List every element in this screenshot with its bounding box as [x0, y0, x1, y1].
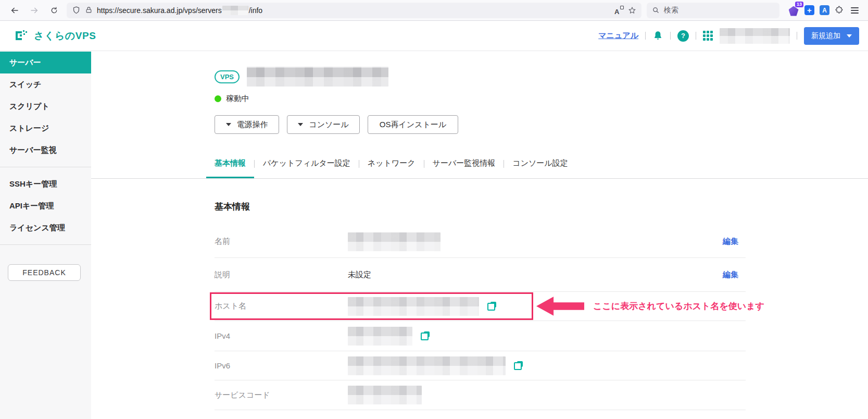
edit-name-link[interactable]: 編集	[723, 237, 746, 247]
menu-icon[interactable]	[849, 5, 861, 16]
status-text: 稼動中	[226, 94, 249, 104]
browser-search-field[interactable]: 検索	[647, 3, 779, 18]
sidebar-item-licenses[interactable]: ライセンス管理	[0, 217, 91, 239]
brand-logo[interactable]: さくらのVPS	[14, 29, 96, 43]
masked-server-name	[247, 67, 388, 87]
tab-network[interactable]: ネットワーク	[359, 158, 424, 178]
extension-badge: 13	[795, 2, 803, 7]
reload-icon[interactable]	[47, 3, 61, 18]
chevron-down-icon	[298, 123, 303, 126]
edit-description-link[interactable]: 編集	[723, 270, 746, 280]
vps-type-badge: VPS	[215, 70, 240, 83]
tab-basic-info[interactable]: 基本情報	[206, 158, 254, 178]
tab-packet-filter[interactable]: パケットフィルター設定	[255, 158, 359, 178]
sidebar-item-api-keys[interactable]: APIキー管理	[0, 195, 91, 217]
row-label: ホスト名	[215, 301, 348, 311]
row-service-code: サービスコード	[215, 380, 746, 410]
add-new-button[interactable]: 新規追加	[804, 27, 859, 45]
masked-service-code-value	[348, 386, 422, 404]
extension-plus-icon[interactable]: +	[804, 5, 814, 15]
feedback-button[interactable]: FEEDBACK	[8, 264, 81, 281]
hostname-callout: ここに表示されているホスト名を使います	[536, 297, 764, 316]
extensions-puzzle-icon[interactable]	[835, 6, 844, 15]
sidebar-item-switch[interactable]: スイッチ	[0, 73, 91, 95]
power-operations-button[interactable]: 電源操作	[215, 115, 279, 134]
forward-icon[interactable]	[27, 3, 42, 18]
search-placeholder: 検索	[664, 6, 678, 15]
sidebar-divider	[0, 167, 91, 167]
extension-translate-icon[interactable]: A	[820, 5, 829, 15]
chevron-down-icon	[847, 34, 852, 38]
url-text: https://secure.sakura.ad.jp/vps/servers/…	[97, 6, 262, 15]
copy-ipv4-icon[interactable]	[421, 331, 430, 340]
search-icon	[652, 6, 660, 14]
app-header: さくらのVPS マニュアル ? 新規追加	[0, 21, 868, 51]
row-label: 名前	[215, 237, 348, 247]
row-name: 名前 編集	[215, 226, 746, 258]
sidebar-item-script[interactable]: スクリプト	[0, 95, 91, 117]
section-title: 基本情報	[215, 201, 746, 213]
brand-name: さくらのVPS	[34, 29, 96, 43]
arrow-left-icon	[536, 297, 584, 316]
main-content: VPS 稼動中 電源操作 コンソール OS再インストール	[91, 51, 868, 419]
notifications-bell-icon[interactable]	[652, 30, 663, 41]
sidebar-item-server-monitoring[interactable]: サーバー監視	[0, 139, 91, 161]
copy-hostname-icon[interactable]	[487, 302, 496, 311]
row-description: 説明 未設定 編集	[215, 258, 746, 292]
apps-grid-icon[interactable]	[703, 31, 713, 41]
extension-purple-icon[interactable]: 13	[788, 5, 799, 16]
translate-page-icon[interactable]: A	[614, 6, 624, 15]
row-label: IPv6	[215, 361, 348, 370]
help-icon[interactable]: ?	[677, 30, 689, 42]
sakura-vps-logo-icon	[14, 29, 29, 43]
masked-ipv4-value	[348, 327, 412, 346]
os-reinstall-button[interactable]: OS再インストール	[368, 115, 458, 134]
row-label: サービスコード	[215, 390, 348, 400]
row-hostname: ホスト名 ここに表示されているホスト名を使います	[215, 292, 746, 321]
shield-icon[interactable]	[72, 6, 81, 15]
manual-link[interactable]: マニュアル	[598, 31, 638, 41]
sidebar-item-server[interactable]: サーバー	[0, 52, 91, 73]
row-label: IPv4	[215, 331, 348, 340]
status-running-dot	[215, 95, 221, 102]
masked-ipv6-value	[348, 356, 506, 375]
copy-ipv6-icon[interactable]	[514, 361, 523, 370]
masked-hostname-value	[348, 297, 479, 316]
bookmark-star-icon[interactable]	[628, 6, 636, 15]
masked-url-segment	[222, 6, 248, 15]
sidebar: サーバー スイッチ スクリプト ストレージ サーバー監視 SSHキー管理 API…	[0, 51, 91, 419]
sidebar-divider	[0, 244, 91, 245]
row-ipv6: IPv6	[215, 351, 746, 380]
tab-monitoring-info[interactable]: サーバー監視情報	[424, 158, 504, 178]
lock-icon[interactable]	[85, 6, 93, 14]
row-ipv4: IPv4	[215, 321, 746, 351]
row-label: 説明	[215, 270, 348, 280]
url-bar[interactable]: https://secure.sakura.ad.jp/vps/servers/…	[67, 3, 641, 18]
console-button[interactable]: コンソール	[287, 115, 360, 134]
tab-bar: 基本情報 パケットフィルター設定 ネットワーク サーバー監視情報 コンソール設定	[91, 158, 868, 179]
browser-toolbar: https://secure.sakura.ad.jp/vps/servers/…	[0, 0, 868, 21]
annotation-text: ここに表示されているホスト名を使います	[593, 300, 764, 312]
masked-account-name[interactable]	[720, 28, 790, 44]
tab-console-settings[interactable]: コンソール設定	[504, 158, 576, 178]
description-value: 未設定	[348, 270, 371, 280]
masked-name-value	[348, 232, 441, 251]
back-icon[interactable]	[7, 3, 22, 18]
sidebar-item-storage[interactable]: ストレージ	[0, 117, 91, 139]
sidebar-item-ssh-keys[interactable]: SSHキー管理	[0, 173, 91, 195]
chevron-down-icon	[226, 123, 231, 126]
